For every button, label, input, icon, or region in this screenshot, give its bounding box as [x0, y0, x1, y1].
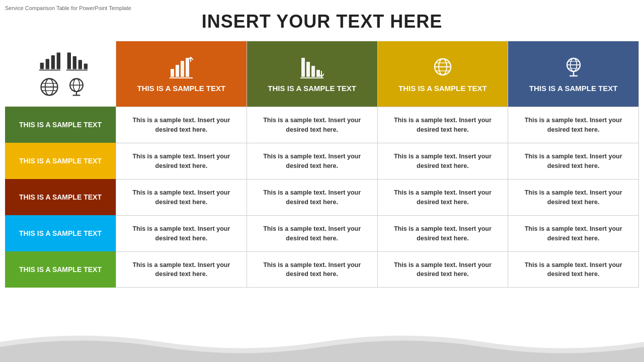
watermark-label: Service Comparison Table for PowerPoint … [5, 5, 131, 11]
row-label-2: THIS IS A SAMPLE TEXT [5, 143, 116, 179]
globe-flat-icon [38, 76, 60, 98]
col-1-cell-2: This is a sample text. Insert your desir… [116, 143, 247, 179]
col-1-cell-4: This is a sample text. Insert your desir… [116, 215, 247, 251]
row-label-3: THIS IS A SAMPLE TEXT [5, 179, 116, 215]
svg-rect-13 [84, 64, 88, 69]
svg-rect-1 [46, 59, 49, 69]
col-4-header: THIS IS A SAMPLE TEXT [508, 41, 638, 107]
svg-rect-23 [186, 58, 189, 77]
row-label-1: THIS IS A SAMPLE TEXT [5, 107, 116, 143]
col-2-header: THIS IS A SAMPLE TEXT [247, 41, 377, 107]
col-3-cell-3: This is a sample text. Insert your desir… [378, 179, 508, 215]
col-1-icon [169, 56, 193, 80]
col-3-cell-2: This is a sample text. Insert your desir… [378, 143, 508, 179]
svg-rect-27 [306, 62, 310, 77]
col-4-cell-5: This is a sample text. Insert your desir… [508, 251, 638, 288]
column-2: THIS IS A SAMPLE TEXT This is a sample t… [247, 41, 377, 288]
col-3-cell-4: This is a sample text. Insert your desir… [378, 215, 508, 251]
svg-rect-29 [316, 70, 320, 77]
col-3-icon [431, 56, 455, 80]
data-columns: THIS IS A SAMPLE TEXT This is a sample t… [116, 41, 639, 288]
column-4: THIS IS A SAMPLE TEXT This is a sample t… [508, 41, 639, 288]
column-3: THIS IS A SAMPLE TEXT This is a sample t… [377, 41, 508, 288]
col-4-cell-2: This is a sample text. Insert your desir… [508, 143, 638, 179]
col-4-icon [561, 56, 586, 80]
col-1-cell-5: This is a sample text. Insert your desir… [116, 251, 247, 288]
globe-stand-icon [65, 76, 88, 98]
row-label-4: THIS IS A SAMPLE TEXT [5, 215, 116, 251]
col-3-cell-5: This is a sample text. Insert your desir… [378, 251, 508, 288]
col-4-cell-3: This is a sample text. Insert your desir… [508, 179, 638, 215]
col-3-cell-1: This is a sample text. Insert your desir… [378, 107, 508, 143]
col-2-cell-5: This is a sample text. Insert your desir… [247, 251, 377, 288]
col-1-header-text: THIS IS A SAMPLE TEXT [137, 84, 226, 93]
col-2-cell-3: This is a sample text. Insert your desir… [247, 179, 377, 215]
col-4-cell-1: This is a sample text. Insert your desir… [508, 107, 638, 143]
bar-chart-up-icon [38, 50, 60, 72]
left-column: THIS IS A SAMPLE TEXT THIS IS A SAMPLE T… [5, 41, 116, 288]
svg-rect-3 [57, 53, 60, 69]
svg-rect-22 [181, 61, 184, 77]
bar-chart-down-icon [65, 50, 88, 72]
svg-rect-0 [40, 63, 44, 69]
svg-rect-28 [311, 66, 315, 77]
icon-group-left [38, 50, 60, 98]
col-1-header: THIS IS A SAMPLE TEXT [116, 41, 247, 107]
content-area: THIS IS A SAMPLE TEXT THIS IS A SAMPLE T… [5, 41, 639, 288]
col-1-cell-1: This is a sample text. Insert your desir… [116, 107, 247, 143]
column-1: THIS IS A SAMPLE TEXT This is a sample t… [116, 41, 247, 288]
col-2-cell-4: This is a sample text. Insert your desir… [247, 215, 377, 251]
svg-rect-12 [78, 60, 82, 69]
col-2-cell-1: This is a sample text. Insert your desir… [247, 107, 377, 143]
svg-rect-20 [171, 69, 174, 77]
col-4-cell-4: This is a sample text. Insert your desir… [508, 215, 638, 251]
col-2-header-text: THIS IS A SAMPLE TEXT [268, 84, 356, 93]
col-2-cell-2: This is a sample text. Insert your desir… [247, 143, 377, 179]
col-4-header-text: THIS IS A SAMPLE TEXT [529, 84, 618, 93]
row-label-5: THIS IS A SAMPLE TEXT [5, 251, 116, 288]
col-3-header: THIS IS A SAMPLE TEXT [378, 41, 508, 107]
svg-rect-2 [51, 55, 55, 69]
svg-rect-26 [301, 58, 305, 77]
icon-area [5, 41, 116, 107]
wave-decoration [0, 327, 644, 362]
col-1-cell-3: This is a sample text. Insert your desir… [116, 179, 247, 215]
svg-rect-11 [73, 56, 76, 69]
svg-rect-10 [67, 53, 71, 69]
col-2-icon [300, 56, 324, 80]
col-3-header-text: THIS IS A SAMPLE TEXT [398, 84, 487, 93]
icon-group-right [65, 50, 88, 98]
svg-rect-21 [176, 65, 179, 77]
